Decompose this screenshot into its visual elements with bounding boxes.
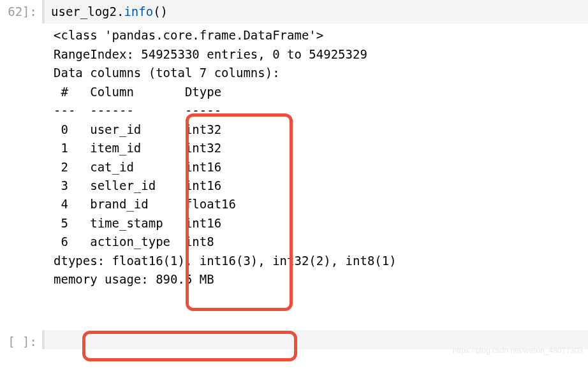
- code-paren: (): [153, 4, 168, 18]
- code-variable: user_log2: [51, 4, 117, 18]
- out-cols: Data columns (total 7 columns):: [54, 66, 280, 80]
- input-prompt: 62]:: [0, 0, 42, 24]
- out-row-2: 2 cat_id int16: [54, 160, 236, 174]
- watermark-text: https://blog.csdn.net/weixin_48077303: [453, 345, 583, 357]
- code-dot: .: [117, 4, 124, 18]
- out-divider: --- ------ -----: [54, 103, 236, 117]
- out-header: # Column Dtype: [54, 85, 236, 99]
- out-row-1: 1 item_id int32: [54, 141, 236, 155]
- out-class: <class 'pandas.core.frame.DataFrame'>: [54, 28, 323, 42]
- code-input[interactable]: user_log2.info(): [42, 0, 588, 24]
- out-range: RangeIndex: 54925330 entries, 0 to 54925…: [54, 47, 367, 61]
- output-text: <class 'pandas.core.frame.DataFrame'> Ra…: [42, 24, 588, 329]
- out-row-4: 4 brand_id float16: [54, 197, 236, 211]
- out-dtypes: dtypes: float16(1), int16(3), int32(2), …: [54, 254, 397, 268]
- out-memory: memory usage: 890.5 MB: [54, 272, 214, 286]
- input-cell: 62]: user_log2.info(): [0, 0, 588, 24]
- out-row-3: 3 seller_id int16: [54, 178, 236, 192]
- output-cell: <class 'pandas.core.frame.DataFrame'> Ra…: [0, 24, 588, 329]
- out-row-0: 0 user_id int32: [54, 122, 236, 136]
- out-row-6: 6 action_type int8: [54, 235, 236, 249]
- code-method: info: [124, 4, 153, 18]
- output-prompt-blank: [0, 24, 42, 29]
- next-input-prompt: [ ]:: [0, 330, 42, 354]
- out-row-5: 5 time_stamp int16: [54, 216, 236, 230]
